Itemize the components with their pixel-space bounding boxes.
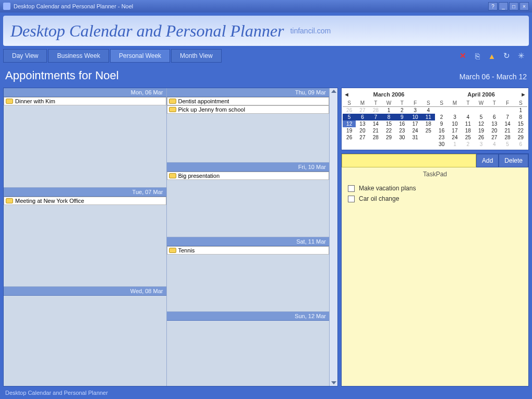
day-cell[interactable]: Sat, 11 MarTennis	[167, 237, 330, 312]
tab-month-view[interactable]: Month View	[171, 49, 221, 63]
minical-day[interactable]: 9	[395, 114, 408, 120]
minical-day[interactable]	[448, 107, 461, 114]
minical-day[interactable]	[435, 107, 448, 114]
minimize-button[interactable]: _	[499, 2, 508, 10]
minical-day[interactable]: 6	[514, 141, 527, 148]
appointment[interactable]: Pick up Jenny from school	[167, 105, 330, 114]
day-cell[interactable]: Wed, 08 Mar	[4, 287, 166, 386]
minical-day[interactable]: 16	[435, 127, 448, 134]
minical-prev[interactable]: ◄	[344, 91, 349, 98]
minical-day[interactable]: 4	[422, 107, 435, 114]
task-input[interactable]	[342, 154, 476, 167]
minical-day[interactable]: 4	[462, 114, 475, 120]
tab-personal-week[interactable]: Personal Week	[110, 49, 170, 63]
task-checkbox[interactable]	[348, 185, 355, 192]
minical-day[interactable]: 6	[356, 114, 369, 120]
minical-day[interactable]: 14	[501, 120, 514, 127]
minical-day[interactable]: 29	[382, 134, 395, 141]
minical-day[interactable]: 25	[422, 127, 435, 134]
tool-icon-1[interactable]: ⎘	[473, 51, 482, 61]
appointment[interactable]: Dinner with Kim	[4, 97, 166, 105]
close-button[interactable]: ×	[519, 2, 529, 10]
warning-icon[interactable]: ▲	[487, 51, 497, 61]
minical-day[interactable]: 11	[422, 114, 435, 120]
minical-day[interactable]: 28	[501, 134, 514, 141]
minical-day[interactable]: 30	[395, 134, 408, 141]
refresh-icon[interactable]: ↻	[502, 51, 511, 61]
minical-day[interactable]: 24	[448, 134, 461, 141]
minical-day[interactable]: 19	[475, 127, 488, 134]
minical-day[interactable]: 5	[475, 114, 488, 120]
minical-day[interactable]: 19	[343, 127, 356, 134]
minical-day[interactable]: 17	[408, 120, 421, 127]
minical-day[interactable]: 22	[382, 127, 395, 134]
minical-grid-2[interactable]: SMTWTFS123456789101112131415161718192021…	[435, 100, 527, 148]
minical-day[interactable]	[488, 107, 501, 114]
minical-day[interactable]: 23	[435, 134, 448, 141]
minical-day[interactable]: 17	[448, 127, 461, 134]
minical-day[interactable]: 16	[395, 120, 408, 127]
minical-grid-1[interactable]: SMTWTFS262728123456789101112131415161718…	[343, 100, 435, 141]
minical-day[interactable]: 10	[448, 120, 461, 127]
minical-day[interactable]	[475, 107, 488, 114]
minical-day[interactable]: 28	[369, 134, 382, 141]
minical-day[interactable]: 8	[382, 114, 395, 120]
tab-business-week[interactable]: Business Week	[48, 49, 108, 63]
minical-day[interactable]: 2	[462, 141, 475, 148]
minical-day[interactable]: 23	[395, 127, 408, 134]
minical-day[interactable]: 8	[514, 114, 527, 120]
minical-day[interactable]: 1	[382, 107, 395, 114]
minical-day[interactable]: 1	[448, 141, 461, 148]
minical-day[interactable]: 14	[369, 120, 382, 127]
minical-next[interactable]: ►	[521, 91, 526, 98]
help-button[interactable]: ?	[488, 2, 498, 10]
appointment[interactable]: Tennis	[167, 246, 330, 255]
maximize-button[interactable]: □	[509, 2, 518, 10]
minical-day[interactable]: 26	[343, 134, 356, 141]
minical-day[interactable]: 28	[369, 107, 382, 114]
minical-day[interactable]: 31	[408, 134, 421, 141]
minical-day[interactable]: 13	[356, 120, 369, 127]
minical-day[interactable]	[462, 107, 475, 114]
day-cell[interactable]: Mon, 06 MarDinner with Kim	[4, 88, 166, 188]
minical-day[interactable]: 27	[356, 107, 369, 114]
minical-day[interactable]: 27	[488, 134, 501, 141]
minical-day[interactable]: 3	[448, 114, 461, 120]
minical-day[interactable]: 4	[488, 141, 501, 148]
minical-day[interactable]: 26	[343, 107, 356, 114]
task-item[interactable]: Make vacation plans	[348, 183, 522, 194]
minical-day[interactable]: 11	[462, 120, 475, 127]
minical-day[interactable]: 5	[343, 114, 356, 120]
minical-day[interactable]: 3	[408, 107, 421, 114]
day-cell[interactable]: Fri, 10 MarBig presentation	[167, 163, 330, 237]
day-cell[interactable]: Tue, 07 MarMeeting at New York Office	[4, 188, 166, 287]
minical-day[interactable]: 20	[488, 127, 501, 134]
minical-day[interactable]: 2	[395, 107, 408, 114]
minical-day[interactable]: 12	[343, 120, 356, 127]
minical-day[interactable]: 21	[369, 127, 382, 134]
minical-day[interactable]: 24	[408, 127, 421, 134]
minical-day[interactable]: 22	[514, 127, 527, 134]
minical-day[interactable]: 1	[514, 107, 527, 114]
minical-day[interactable]: 7	[369, 114, 382, 120]
task-delete-button[interactable]: Delete	[499, 154, 528, 167]
week-scrollbar[interactable]	[329, 88, 337, 386]
minical-day[interactable]: 15	[382, 120, 395, 127]
minical-day[interactable]: 13	[488, 120, 501, 127]
appointment[interactable]: Dentist appointment	[167, 97, 330, 105]
tab-day-view[interactable]: Day View	[3, 49, 47, 63]
minical-day[interactable]: 5	[501, 141, 514, 148]
tool-icon-2[interactable]: ✳	[516, 51, 526, 61]
minical-day[interactable]: 30	[435, 141, 448, 148]
task-add-button[interactable]: Add	[476, 154, 499, 167]
day-cell[interactable]: Thu, 09 MarDentist appointmentPick up Je…	[167, 88, 330, 163]
appointment[interactable]: Meeting at New York Office	[4, 197, 166, 205]
minical-day[interactable]: 21	[501, 127, 514, 134]
minical-day[interactable]: 15	[514, 120, 527, 127]
minical-day[interactable]	[422, 134, 435, 141]
minical-day[interactable]: 6	[488, 114, 501, 120]
minical-day[interactable]: 29	[514, 134, 527, 141]
day-cell[interactable]: Sun, 12 Mar	[167, 312, 330, 386]
minical-day[interactable]: 10	[408, 114, 421, 120]
minical-day[interactable]: 12	[475, 120, 488, 127]
